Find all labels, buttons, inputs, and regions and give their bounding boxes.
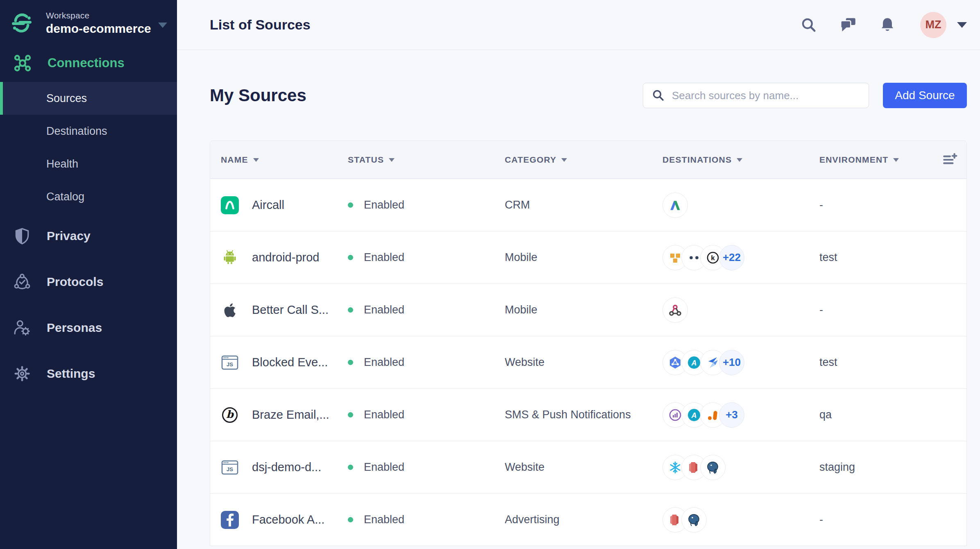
sidebar-item-label: Settings <box>47 367 95 381</box>
column-label: STATUS <box>348 155 384 165</box>
sidebar-item-catalog[interactable]: Catalog <box>0 180 177 213</box>
user-menu-caret-icon[interactable] <box>957 22 967 28</box>
source-name: Aircall <box>252 198 284 212</box>
workspace-caret-icon <box>158 23 167 28</box>
bell-icon[interactable] <box>878 15 897 35</box>
source-name: android-prod <box>252 251 319 264</box>
environment-text: - <box>819 304 942 316</box>
postgres-destination-icon <box>681 507 707 533</box>
sidebar-item-label: Connections <box>48 56 125 70</box>
svg-text:JS: JS <box>227 466 233 472</box>
connections-icon <box>14 54 31 72</box>
column-label: NAME <box>221 155 248 165</box>
table-row[interactable]: JS Blocked Eve... Enabled Website <box>210 336 966 388</box>
customize-columns-button[interactable] <box>942 152 964 168</box>
sidebar-item-personas[interactable]: Personas <box>0 305 177 351</box>
braze-source-icon: b <box>221 406 239 424</box>
category-text: Website <box>505 356 662 369</box>
sidebar-item-connections[interactable]: Connections <box>0 44 177 82</box>
search-icon <box>651 88 665 102</box>
table-row[interactable]: Aircall Enabled CRM - <box>210 179 966 231</box>
personas-icon <box>13 319 31 337</box>
sidebar-item-settings[interactable]: Settings <box>0 351 177 397</box>
source-name: dsj-demo-d... <box>252 461 321 474</box>
sort-caret-icon <box>737 158 742 162</box>
column-label: ENVIRONMENT <box>819 155 888 165</box>
workspace-label: Workspace <box>46 11 155 20</box>
table-row[interactable]: android-prod Enabled Mobile <box>210 231 966 284</box>
source-name: Braze Email,... <box>252 408 329 422</box>
chat-icon[interactable] <box>838 15 858 35</box>
column-label: DESTINATIONS <box>662 155 732 165</box>
sidebar-item-protocols[interactable]: Protocols <box>0 259 177 305</box>
source-name: Facebook A... <box>252 513 324 526</box>
category-text: Mobile <box>505 304 662 316</box>
android-source-icon <box>221 249 239 267</box>
avatar[interactable]: MZ <box>920 12 946 38</box>
svg-text:A: A <box>691 358 697 367</box>
svg-text:k: k <box>711 254 715 262</box>
column-header-destinations[interactable]: DESTINATIONS <box>662 155 819 165</box>
column-label: CATEGORY <box>505 155 556 165</box>
status-text: Enabled <box>364 356 404 369</box>
sidebar-item-label: Personas <box>47 321 102 335</box>
status-text: Enabled <box>364 513 404 526</box>
status-text: Enabled <box>364 199 404 211</box>
sidebar-item-destinations[interactable]: Destinations <box>0 115 177 147</box>
status-dot <box>348 465 353 470</box>
table-header-row: NAME STATUS CATEGORY DESTINATIONS ENVIRO… <box>210 141 966 179</box>
environment-text: staging <box>819 461 942 474</box>
main-content: My Sources Add Source NAME <box>177 50 980 549</box>
apple-ios-source-icon <box>221 301 239 319</box>
category-text: Website <box>505 461 662 474</box>
status-dot <box>348 412 353 417</box>
category-text: CRM <box>505 199 662 211</box>
sidebar: Workspace demo-ecommerce Connections <box>0 0 177 549</box>
sources-table: NAME STATUS CATEGORY DESTINATIONS ENVIRO… <box>210 141 967 546</box>
status-dot <box>348 255 353 260</box>
sidebar-item-health[interactable]: Health <box>0 147 177 180</box>
sidebar-item-label: Protocols <box>47 275 103 289</box>
table-row[interactable]: JS dsj-demo-d... Enabled Website <box>210 441 966 493</box>
add-column-icon <box>942 152 958 168</box>
destinations-extra-badge: +10 <box>719 350 744 375</box>
source-name: Blocked Eve... <box>252 356 328 369</box>
source-name: Better Call S... <box>252 303 329 317</box>
column-header-name[interactable]: NAME <box>221 155 348 165</box>
environment-text: - <box>819 513 942 526</box>
workspace-name: demo-ecommerce <box>46 22 155 36</box>
table-row[interactable]: b Braze Email,... Enabled SMS & Push Not… <box>210 388 966 441</box>
status-dot <box>348 202 353 208</box>
search-sources-input[interactable] <box>672 89 860 102</box>
column-header-category[interactable]: CATEGORY <box>505 155 662 165</box>
sidebar-item-label: Catalog <box>46 191 84 203</box>
status-text: Enabled <box>364 408 404 421</box>
connections-subnav: Sources Destinations Health Catalog <box>0 82 177 213</box>
sort-caret-icon <box>389 158 395 162</box>
shield-icon <box>13 227 31 245</box>
table-row[interactable]: Facebook A... Enabled Advertising <box>210 493 966 546</box>
column-header-status[interactable]: STATUS <box>348 155 505 165</box>
search-icon[interactable] <box>799 15 819 35</box>
svg-text:JS: JS <box>227 361 233 367</box>
workspace-switcher[interactable]: Workspace demo-ecommerce <box>0 0 177 44</box>
destinations-extra-badge: +22 <box>719 245 744 270</box>
svg-text:A: A <box>691 411 697 419</box>
sidebar-item-privacy[interactable]: Privacy <box>0 213 177 259</box>
column-header-environment[interactable]: ENVIRONMENT <box>819 155 942 165</box>
segment-logo-icon <box>11 13 32 33</box>
webhooks-destination-icon <box>662 297 688 323</box>
postgres-destination-icon <box>700 455 726 480</box>
protocols-icon <box>13 273 31 291</box>
status-text: Enabled <box>364 304 404 316</box>
avatar-initials: MZ <box>926 18 941 31</box>
table-row[interactable]: Better Call S... Enabled Mobile <box>210 284 966 336</box>
destinations-extra-badge: +3 <box>719 402 744 428</box>
sidebar-item-sources[interactable]: Sources <box>0 82 177 115</box>
environment-text: test <box>819 356 942 369</box>
javascript-website-source-icon: JS <box>221 354 239 372</box>
sort-caret-icon <box>561 158 567 162</box>
add-source-button[interactable]: Add Source <box>883 83 967 108</box>
sidebar-item-label: Sources <box>46 92 87 105</box>
app-window: Workspace demo-ecommerce Connections <box>0 0 980 549</box>
